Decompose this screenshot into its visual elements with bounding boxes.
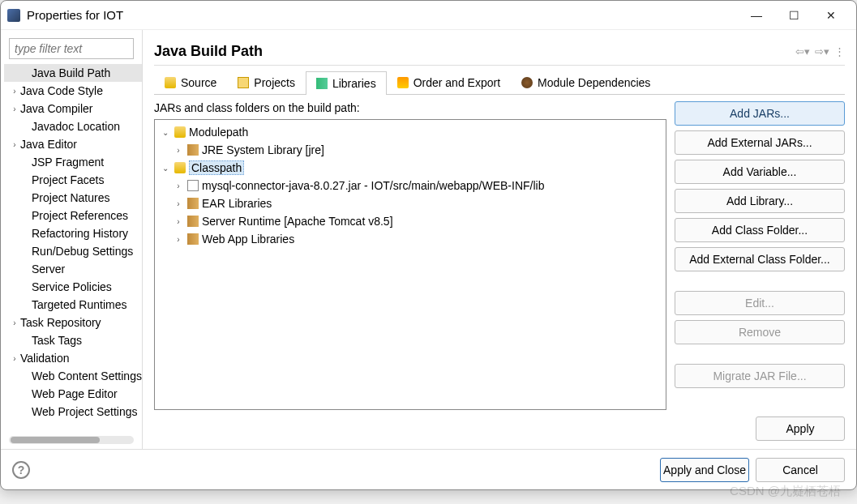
sidebar-item-label: Run/Debug Settings (32, 245, 133, 258)
tab[interactable]: Order and Export (387, 70, 511, 94)
button-gap (675, 276, 845, 286)
sidebar-item[interactable]: ›Java Code Style (4, 82, 142, 100)
dialog-body: Java Build Path›Java Code Style›Java Com… (1, 30, 856, 449)
menu-icon[interactable]: ⋮ (834, 45, 845, 58)
filter-text-input[interactable] (9, 38, 134, 59)
chevron-down-icon[interactable]: ⌄ (160, 164, 171, 173)
sidebar-hscrollbar[interactable] (9, 436, 134, 444)
sidebar-item-label: Task Repository (20, 316, 101, 329)
tab-label: Projects (254, 76, 295, 89)
sidebar-item[interactable]: Project Facets (4, 171, 142, 189)
sidebar-item[interactable]: ›Java Editor (4, 135, 142, 153)
sidebar-item[interactable]: Refactoring History (4, 224, 142, 242)
chevron-right-icon[interactable]: › (173, 235, 184, 244)
sidebar-item[interactable]: Targeted Runtimes (4, 296, 142, 314)
sidebar-item-label: Validation (20, 352, 69, 365)
lib-node-label: mysql-connector-java-8.0.27.jar - IOT/sr… (202, 179, 544, 192)
action-button[interactable]: Add Class Folder... (675, 218, 845, 242)
lib-tree-row[interactable]: ›JRE System Library [jre] (155, 141, 666, 159)
sidebar-item[interactable]: ›Task Repository (4, 314, 142, 331)
sidebar-item-label: Web Project Settings (32, 405, 137, 418)
app-icon (7, 9, 20, 22)
category-sidebar: Java Build Path›Java Code Style›Java Com… (1, 30, 143, 449)
lib-tree-row[interactable]: ›Server Runtime [Apache Tomcat v8.5] (155, 212, 666, 230)
cancel-button[interactable]: Cancel (756, 458, 845, 482)
sidebar-item[interactable]: Server (4, 260, 142, 278)
tab-icon (397, 77, 409, 88)
sidebar-item-label: Java Code Style (20, 84, 103, 97)
sidebar-item[interactable]: Web Project Settings (4, 403, 142, 421)
sidebar-item-label: Project Facets (32, 173, 104, 186)
chevron-right-icon[interactable]: › (173, 146, 184, 155)
lib-node-icon (187, 216, 199, 227)
lib-tree-row[interactable]: ›EAR Libraries (155, 194, 666, 212)
sidebar-item[interactable]: ›Validation (4, 349, 142, 367)
tab-icon (165, 77, 176, 88)
libraries-left-column: JARs and class folders on the build path… (154, 101, 666, 410)
apply-button[interactable]: Apply (756, 416, 845, 441)
sidebar-item-label: Java Editor (20, 138, 77, 151)
chevron-right-icon[interactable]: › (173, 199, 184, 208)
sidebar-item[interactable]: ›Java Compiler (4, 100, 142, 117)
tab[interactable]: Projects (227, 70, 306, 94)
properties-dialog: Properties for IOT — ☐ ✕ Java Build Path… (0, 0, 857, 490)
close-button[interactable]: ✕ (812, 2, 850, 28)
sidebar-item-label: Web Page Editor (32, 387, 118, 400)
action-button[interactable]: Add JARs... (675, 101, 845, 126)
tab[interactable]: Module Dependencies (511, 70, 661, 94)
minimize-button[interactable]: — (738, 2, 775, 28)
action-button: Migrate JAR File... (675, 364, 845, 388)
sidebar-item[interactable]: Task Tags (4, 331, 142, 349)
lib-node-label: Server Runtime [Apache Tomcat v8.5] (202, 215, 393, 228)
action-button[interactable]: Add Library... (675, 189, 845, 213)
button-gap (675, 349, 845, 359)
page-header: Java Build Path ⇦▾ ⇨▾ ⋮ (154, 38, 845, 66)
lib-tree-row[interactable]: ⌄Modulepath (155, 123, 666, 141)
tab-icon (238, 77, 249, 88)
chevron-right-icon[interactable]: › (9, 354, 20, 363)
sidebar-item-label: Task Tags (32, 334, 82, 347)
chevron-right-icon[interactable]: › (173, 182, 184, 190)
sidebar-item[interactable]: Web Page Editor (4, 385, 142, 403)
tab[interactable]: Source (154, 70, 227, 94)
libraries-tree[interactable]: ⌄Modulepath›JRE System Library [jre]⌄Cla… (154, 119, 666, 410)
lib-node-label: Classpath (189, 160, 244, 175)
scrollbar-thumb[interactable] (11, 437, 100, 443)
lib-tree-row[interactable]: ⌄Classpath (155, 159, 666, 177)
lib-node-label: Web App Libraries (202, 233, 294, 246)
back-icon[interactable]: ⇦▾ (795, 45, 810, 58)
sidebar-item-label: Server (32, 263, 65, 275)
sidebar-item[interactable]: Project References (4, 207, 142, 224)
lib-node-icon (174, 126, 186, 138)
sidebar-item[interactable]: Java Build Path (4, 64, 142, 82)
sidebar-item[interactable]: Project Natures (4, 189, 142, 207)
chevron-right-icon[interactable]: › (9, 318, 20, 327)
tab[interactable]: Libraries (306, 71, 387, 95)
chevron-right-icon[interactable]: › (173, 217, 184, 226)
help-icon[interactable]: ? (12, 461, 30, 479)
sidebar-item-label: Service Policies (32, 280, 112, 293)
sidebar-item[interactable]: Javadoc Location (4, 117, 142, 135)
action-button[interactable]: Add External Class Folder... (675, 247, 845, 271)
sidebar-item-label: Targeted Runtimes (32, 298, 127, 311)
forward-icon[interactable]: ⇨▾ (815, 45, 829, 58)
maximize-button[interactable]: ☐ (775, 2, 812, 28)
chevron-right-icon[interactable]: › (9, 140, 20, 149)
sidebar-item[interactable]: Service Policies (4, 278, 142, 296)
lib-tree-row[interactable]: ›Web App Libraries (155, 230, 666, 248)
lib-tree-row[interactable]: ›mysql-connector-java-8.0.27.jar - IOT/s… (155, 177, 666, 194)
chevron-right-icon[interactable]: › (9, 87, 20, 96)
sidebar-item[interactable]: JSP Fragment (4, 153, 142, 171)
chevron-down-icon[interactable]: ⌄ (160, 128, 171, 137)
libraries-description: JARs and class folders on the build path… (154, 101, 666, 114)
action-button[interactable]: Add External JARs... (675, 130, 845, 155)
sidebar-item[interactable]: Run/Debug Settings (4, 242, 142, 260)
category-tree[interactable]: Java Build Path›Java Code Style›Java Com… (1, 64, 142, 434)
action-button[interactable]: Add Variable... (675, 160, 845, 184)
sidebar-item-label: Java Compiler (20, 102, 92, 115)
chevron-right-icon[interactable]: › (9, 105, 20, 113)
libraries-buttons-column: Add JARs...Add External JARs...Add Varia… (675, 101, 845, 410)
action-button: Edit... (675, 291, 845, 315)
sidebar-item[interactable]: Web Content Settings (4, 367, 142, 385)
apply-and-close-button[interactable]: Apply and Close (660, 458, 749, 482)
